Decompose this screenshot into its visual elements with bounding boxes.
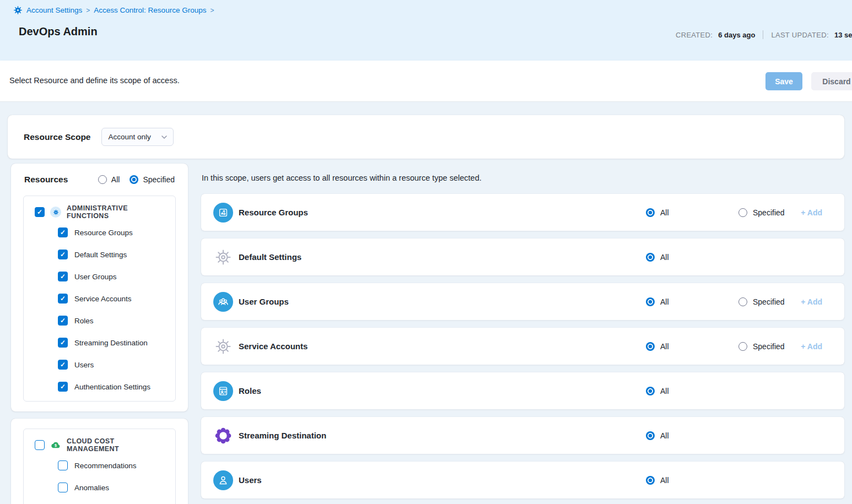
radio-all[interactable] (646, 208, 655, 217)
sidebar-item-user-groups[interactable]: ✓ User Groups (24, 265, 175, 288)
resource-row-default-settings: Default Settings All (201, 239, 844, 275)
page-title: DevOps Admin (19, 25, 98, 38)
radio-specified-label: Specified (753, 208, 785, 217)
group-cloud-cost-management: CLOUD COST MANAGEMENT Recommendations An… (23, 429, 176, 504)
radio-icon[interactable] (98, 175, 107, 184)
check-icon: ✓ (37, 209, 42, 215)
group-administrative-functions: ✓ ADMINISTRATIVE FUNCTIONS ✓ Resource Gr… (23, 196, 176, 402)
item-label: Default Settings (74, 251, 127, 259)
sidebar-item-resource-groups[interactable]: ✓ Resource Groups (24, 221, 175, 243)
check-icon: ✓ (60, 361, 66, 368)
radio-all-label: All (660, 342, 669, 351)
radio-all[interactable] (646, 387, 655, 395)
meta-info: CREATED: 6 days ago LAST UPDATED: 13 sec… (676, 30, 852, 39)
resources-radio-specified[interactable]: Specified (130, 175, 175, 184)
check-icon: ✓ (60, 317, 66, 324)
radio-all[interactable] (646, 431, 655, 440)
scope-instruction-text: Select Resource and define its scope of … (9, 76, 180, 85)
checkbox[interactable]: ✓ (58, 294, 68, 304)
group-checkbox[interactable]: ✓ (35, 207, 45, 217)
radio-icon[interactable] (130, 175, 138, 184)
item-label: Service Accounts (74, 295, 132, 303)
row-title: Users (239, 475, 646, 485)
created-value: 6 days ago (718, 31, 755, 39)
radio-label: Specified (143, 175, 175, 184)
resources-card: Resources All Specified ✓ ADMINISTRATIV (11, 164, 188, 411)
checkbox[interactable]: ✓ (58, 338, 68, 348)
sidebar-item-users[interactable]: ✓ Users (24, 354, 175, 376)
checkbox[interactable]: ✓ (58, 250, 68, 259)
meta-divider (763, 30, 763, 39)
radio-all[interactable] (646, 297, 655, 306)
checkbox[interactable] (58, 460, 68, 470)
last-updated-value: 13 seconds ago (834, 31, 852, 39)
user-groups-icon (213, 292, 233, 312)
breadcrumb-separator: > (86, 7, 90, 14)
sidebar-item-anomalies[interactable]: Anomalies (24, 476, 175, 498)
radio-all-label: All (660, 208, 669, 217)
group-checkbox[interactable] (35, 440, 45, 450)
resource-row-resource-groups: Resource Groups All Specified + Add (201, 194, 844, 231)
add-button[interactable]: + Add (801, 297, 822, 306)
group-title: CLOUD COST MANAGEMENT (67, 437, 169, 453)
sidebar-item-service-accounts[interactable]: ✓ Service Accounts (24, 288, 175, 310)
item-label: Recommendations (74, 462, 137, 470)
checkbox[interactable]: ✓ (58, 316, 68, 326)
radio-all-label: All (660, 476, 669, 485)
sidebar-item-default-settings[interactable]: ✓ Default Settings (24, 243, 175, 265)
radio-specified[interactable] (738, 208, 747, 217)
cloud-dollar-icon (50, 440, 61, 451)
resources-title: Resources (24, 175, 98, 185)
resource-groups-icon (213, 203, 233, 223)
discard-button[interactable]: Discard (811, 72, 852, 90)
item-label: Resource Groups (74, 229, 133, 237)
radio-all[interactable] (646, 342, 655, 351)
check-icon: ✓ (60, 273, 66, 280)
radio-all[interactable] (646, 476, 655, 485)
sidebar-item-folders[interactable]: Folders (24, 498, 175, 504)
breadcrumb-account-settings[interactable]: Account Settings (26, 6, 82, 14)
resource-row-service-accounts: Service Accounts All Specified + Add (201, 328, 844, 365)
scope-main-area: In this scope, users get access to all r… (201, 164, 852, 504)
resource-row-user-groups: User Groups All Specified + Add (201, 283, 844, 320)
save-button[interactable]: Save (765, 72, 802, 90)
checkbox[interactable]: ✓ (58, 382, 68, 392)
last-updated-label: LAST UPDATED: (771, 31, 829, 39)
check-icon: ✓ (60, 339, 66, 346)
admin-gear-icon (50, 207, 61, 218)
item-label: Anomalies (74, 484, 109, 492)
resource-row-users: Users All (201, 462, 844, 498)
check-icon: ✓ (60, 383, 66, 390)
checkbox[interactable]: ✓ (58, 360, 68, 370)
resource-scope-dropdown[interactable]: Account only (101, 128, 174, 146)
roles-icon (213, 381, 233, 401)
row-title: Streaming Destination (239, 431, 646, 440)
sidebar-item-roles[interactable]: ✓ Roles (24, 310, 175, 332)
add-button[interactable]: + Add (801, 208, 822, 217)
breadcrumb-access-control[interactable]: Access Control: Resource Groups (94, 6, 206, 14)
checkbox[interactable] (58, 483, 68, 492)
sidebar-item-authentication-settings[interactable]: ✓ Authentication Settings (24, 376, 175, 398)
created-label: CREATED: (676, 31, 713, 39)
radio-specified[interactable] (738, 342, 747, 351)
checkbox[interactable]: ✓ (58, 227, 68, 237)
radio-all[interactable] (646, 253, 655, 262)
radio-specified[interactable] (738, 297, 747, 306)
radio-specified-label: Specified (753, 297, 785, 306)
item-label: Users (74, 361, 94, 369)
resources-sidebar: Resources All Specified ✓ ADMINISTRATIV (11, 164, 188, 504)
settings-gear-icon (213, 247, 233, 267)
resource-scope-label: Resource Scope (24, 132, 90, 142)
sidebar-item-streaming-destination[interactable]: ✓ Streaming Destination (24, 332, 175, 354)
checkbox[interactable]: ✓ (58, 272, 68, 281)
sidebar-item-recommendations[interactable]: Recommendations (24, 454, 175, 476)
resources-radio-all[interactable]: All (98, 175, 120, 184)
row-title: Service Accounts (239, 342, 646, 351)
action-toolbar: Select Resource and define its scope of … (0, 61, 852, 102)
check-icon: ✓ (60, 251, 66, 258)
check-icon: ✓ (60, 295, 66, 302)
add-button[interactable]: + Add (801, 342, 822, 351)
row-title: Default Settings (239, 252, 646, 262)
users-icon (213, 470, 233, 490)
breadcrumb: Account Settings > Access Control: Resou… (13, 6, 214, 15)
